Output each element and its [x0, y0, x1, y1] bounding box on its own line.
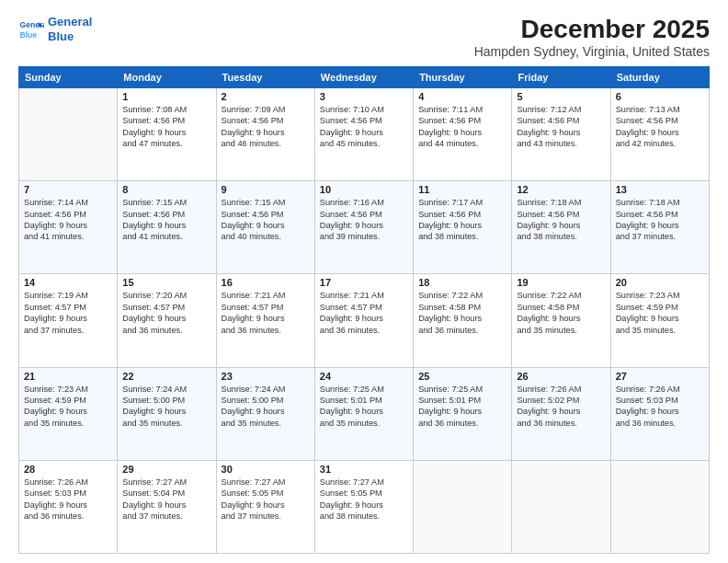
calendar-cell: 23Sunrise: 7:24 AM Sunset: 5:00 PM Dayli…: [216, 367, 314, 460]
day-info: Sunrise: 7:13 AM Sunset: 4:56 PM Dayligh…: [616, 104, 704, 150]
calendar-cell: 26Sunrise: 7:26 AM Sunset: 5:02 PM Dayli…: [512, 367, 610, 460]
day-number: 25: [418, 371, 506, 382]
calendar-cell: 15Sunrise: 7:20 AM Sunset: 4:57 PM Dayli…: [118, 274, 216, 367]
calendar-cell: 29Sunrise: 7:27 AM Sunset: 5:04 PM Dayli…: [118, 460, 216, 553]
calendar-cell: 24Sunrise: 7:25 AM Sunset: 5:01 PM Dayli…: [314, 367, 413, 460]
day-info: Sunrise: 7:19 AM Sunset: 4:57 PM Dayligh…: [24, 290, 112, 336]
weekday-header-row: SundayMondayTuesdayWednesdayThursdayFrid…: [19, 67, 710, 88]
day-info: Sunrise: 7:24 AM Sunset: 5:00 PM Dayligh…: [122, 384, 210, 430]
weekday-header-sunday: Sunday: [19, 67, 118, 88]
calendar-cell: 3Sunrise: 7:10 AM Sunset: 4:56 PM Daylig…: [314, 88, 413, 181]
logo: General Blue General Blue: [18, 15, 92, 43]
day-info: Sunrise: 7:10 AM Sunset: 4:56 PM Dayligh…: [320, 104, 408, 150]
calendar-cell: 9Sunrise: 7:15 AM Sunset: 4:56 PM Daylig…: [216, 181, 314, 274]
day-number: 10: [320, 184, 408, 195]
day-info: Sunrise: 7:21 AM Sunset: 4:57 PM Dayligh…: [320, 290, 408, 336]
calendar-cell: 18Sunrise: 7:22 AM Sunset: 4:58 PM Dayli…: [414, 274, 512, 367]
day-info: Sunrise: 7:27 AM Sunset: 5:05 PM Dayligh…: [320, 477, 408, 523]
logo-line1: General: [48, 15, 92, 29]
day-info: Sunrise: 7:16 AM Sunset: 4:56 PM Dayligh…: [320, 197, 408, 243]
day-number: 6: [616, 91, 704, 102]
day-info: Sunrise: 7:18 AM Sunset: 4:56 PM Dayligh…: [517, 197, 605, 243]
header: General Blue General Blue December 2025 …: [18, 15, 710, 59]
day-number: 29: [122, 464, 210, 475]
calendar-cell: 14Sunrise: 7:19 AM Sunset: 4:57 PM Dayli…: [19, 274, 118, 367]
day-number: 16: [222, 277, 310, 288]
day-number: 27: [616, 371, 704, 382]
weekday-header-saturday: Saturday: [610, 67, 709, 88]
calendar-header: SundayMondayTuesdayWednesdayThursdayFrid…: [19, 67, 710, 88]
title-block: December 2025 Hampden Sydney, Virginia, …: [474, 15, 710, 59]
day-number: 7: [24, 184, 112, 195]
weekday-header-friday: Friday: [512, 67, 610, 88]
calendar-cell: 22Sunrise: 7:24 AM Sunset: 5:00 PM Dayli…: [118, 367, 216, 460]
week-row-4: 21Sunrise: 7:23 AM Sunset: 4:59 PM Dayli…: [19, 367, 710, 460]
day-info: Sunrise: 7:25 AM Sunset: 5:01 PM Dayligh…: [418, 384, 506, 430]
calendar-cell: 12Sunrise: 7:18 AM Sunset: 4:56 PM Dayli…: [512, 181, 610, 274]
weekday-header-tuesday: Tuesday: [216, 67, 314, 88]
calendar-cell: 16Sunrise: 7:21 AM Sunset: 4:57 PM Dayli…: [216, 274, 314, 367]
day-number: 19: [517, 277, 605, 288]
month-year-title: December 2025: [474, 15, 710, 44]
day-info: Sunrise: 7:26 AM Sunset: 5:03 PM Dayligh…: [24, 477, 112, 523]
day-number: 28: [24, 464, 112, 475]
day-number: 9: [222, 184, 310, 195]
day-info: Sunrise: 7:23 AM Sunset: 4:59 PM Dayligh…: [24, 384, 112, 430]
day-number: 1: [122, 91, 210, 102]
day-number: 11: [418, 184, 506, 195]
day-info: Sunrise: 7:26 AM Sunset: 5:03 PM Dayligh…: [616, 384, 704, 430]
calendar-cell: 20Sunrise: 7:23 AM Sunset: 4:59 PM Dayli…: [610, 274, 709, 367]
calendar-cell: [19, 88, 118, 181]
day-number: 23: [222, 371, 310, 382]
day-number: 20: [616, 277, 704, 288]
day-info: Sunrise: 7:21 AM Sunset: 4:57 PM Dayligh…: [222, 290, 310, 336]
page: General Blue General Blue December 2025 …: [0, 0, 728, 563]
day-info: Sunrise: 7:26 AM Sunset: 5:02 PM Dayligh…: [517, 384, 605, 430]
svg-text:Blue: Blue: [20, 29, 38, 39]
day-info: Sunrise: 7:20 AM Sunset: 4:57 PM Dayligh…: [122, 290, 210, 336]
day-info: Sunrise: 7:15 AM Sunset: 4:56 PM Dayligh…: [122, 197, 210, 243]
day-number: 12: [517, 184, 605, 195]
calendar-cell: 6Sunrise: 7:13 AM Sunset: 4:56 PM Daylig…: [610, 88, 709, 181]
week-row-2: 7Sunrise: 7:14 AM Sunset: 4:56 PM Daylig…: [19, 181, 710, 274]
day-number: 30: [222, 464, 310, 475]
week-row-3: 14Sunrise: 7:19 AM Sunset: 4:57 PM Dayli…: [19, 274, 710, 367]
day-number: 13: [616, 184, 704, 195]
calendar-cell: 8Sunrise: 7:15 AM Sunset: 4:56 PM Daylig…: [118, 181, 216, 274]
day-info: Sunrise: 7:22 AM Sunset: 4:58 PM Dayligh…: [517, 290, 605, 336]
calendar-cell: 31Sunrise: 7:27 AM Sunset: 5:05 PM Dayli…: [314, 460, 413, 553]
weekday-header-monday: Monday: [118, 67, 216, 88]
weekday-header-thursday: Thursday: [414, 67, 512, 88]
location-subtitle: Hampden Sydney, Virginia, United States: [474, 44, 710, 59]
calendar-cell: 21Sunrise: 7:23 AM Sunset: 4:59 PM Dayli…: [19, 367, 118, 460]
day-info: Sunrise: 7:27 AM Sunset: 5:05 PM Dayligh…: [222, 477, 310, 523]
day-info: Sunrise: 7:18 AM Sunset: 4:56 PM Dayligh…: [616, 197, 704, 243]
calendar-table: SundayMondayTuesdayWednesdayThursdayFrid…: [18, 66, 710, 554]
weekday-header-wednesday: Wednesday: [314, 67, 413, 88]
day-info: Sunrise: 7:08 AM Sunset: 4:56 PM Dayligh…: [122, 104, 210, 150]
calendar-cell: 25Sunrise: 7:25 AM Sunset: 5:01 PM Dayli…: [414, 367, 512, 460]
day-number: 14: [24, 277, 112, 288]
day-number: 31: [320, 464, 408, 475]
day-number: 5: [517, 91, 605, 102]
day-number: 15: [122, 277, 210, 288]
day-number: 3: [320, 91, 408, 102]
day-info: Sunrise: 7:27 AM Sunset: 5:04 PM Dayligh…: [122, 477, 210, 523]
logo-line2: Blue: [48, 29, 74, 43]
calendar-body: 1Sunrise: 7:08 AM Sunset: 4:56 PM Daylig…: [19, 88, 710, 554]
day-number: 18: [418, 277, 506, 288]
day-number: 2: [222, 91, 310, 102]
calendar-cell: 28Sunrise: 7:26 AM Sunset: 5:03 PM Dayli…: [19, 460, 118, 553]
calendar-cell: 2Sunrise: 7:09 AM Sunset: 4:56 PM Daylig…: [216, 88, 314, 181]
day-info: Sunrise: 7:23 AM Sunset: 4:59 PM Dayligh…: [616, 290, 704, 336]
calendar-cell: [610, 460, 709, 553]
day-info: Sunrise: 7:22 AM Sunset: 4:58 PM Dayligh…: [418, 290, 506, 336]
calendar-cell: 11Sunrise: 7:17 AM Sunset: 4:56 PM Dayli…: [414, 181, 512, 274]
day-info: Sunrise: 7:17 AM Sunset: 4:56 PM Dayligh…: [418, 197, 506, 243]
day-info: Sunrise: 7:15 AM Sunset: 4:56 PM Dayligh…: [222, 197, 310, 243]
day-number: 17: [320, 277, 408, 288]
calendar-cell: 19Sunrise: 7:22 AM Sunset: 4:58 PM Dayli…: [512, 274, 610, 367]
day-info: Sunrise: 7:25 AM Sunset: 5:01 PM Dayligh…: [320, 384, 408, 430]
calendar-cell: 30Sunrise: 7:27 AM Sunset: 5:05 PM Dayli…: [216, 460, 314, 553]
day-info: Sunrise: 7:14 AM Sunset: 4:56 PM Dayligh…: [24, 197, 112, 243]
